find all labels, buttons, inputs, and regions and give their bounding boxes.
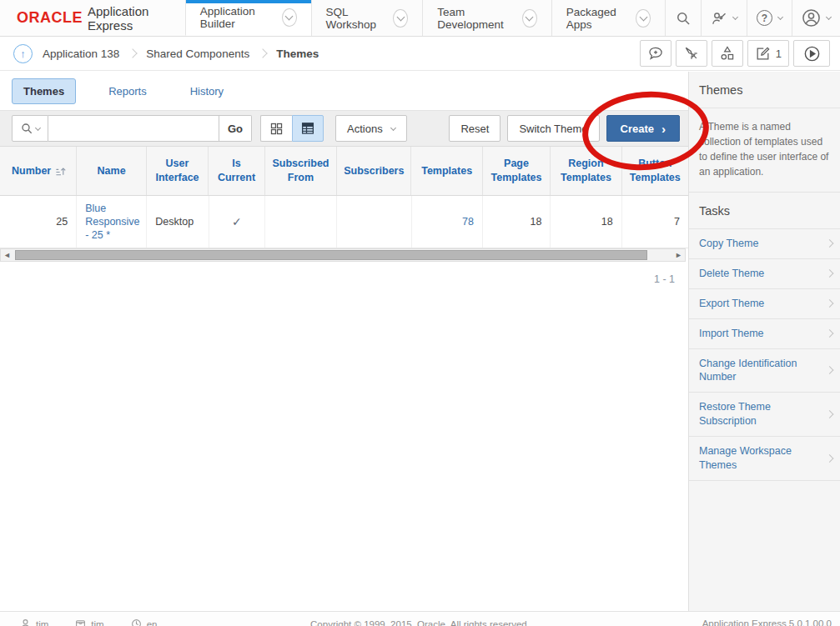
chevron-down-icon[interactable] bbox=[636, 9, 651, 28]
task-delete-theme[interactable]: Delete Theme bbox=[689, 259, 840, 289]
user-account-menu-button[interactable] bbox=[792, 0, 840, 36]
grid-view-icon bbox=[269, 122, 284, 136]
go-button[interactable]: Go bbox=[219, 115, 252, 142]
column-label: Number bbox=[12, 164, 51, 178]
column-header-region-templates[interactable]: Region Templates bbox=[551, 147, 621, 195]
task-export-theme[interactable]: Export Theme bbox=[689, 289, 840, 319]
shared-components-button[interactable] bbox=[712, 40, 743, 67]
help-icon: ? bbox=[757, 10, 772, 26]
admin-user-wrench-icon bbox=[711, 10, 727, 27]
task-label: Change Identification Number bbox=[699, 358, 797, 383]
column-header-subscribed-from[interactable]: Subscribed From bbox=[265, 147, 337, 195]
search-icon bbox=[20, 122, 33, 135]
breadcrumb-separator-icon bbox=[128, 48, 138, 58]
nav-tab-label: Packaged Apps bbox=[566, 6, 628, 31]
spotlight-icon bbox=[683, 45, 700, 62]
horizontal-scrollbar[interactable]: ◄ ► bbox=[0, 248, 686, 262]
up-arrow-icon: ↑ bbox=[20, 48, 26, 60]
cell-subscribers bbox=[337, 196, 411, 248]
footer-language-label: en bbox=[147, 619, 158, 626]
run-application-button[interactable] bbox=[793, 40, 830, 67]
edit-page-button[interactable]: 1 bbox=[747, 40, 789, 67]
column-header-templates[interactable]: Templates bbox=[411, 147, 482, 195]
task-import-theme[interactable]: Import Theme bbox=[689, 319, 840, 349]
table-header-row: Number Name User Interface Is Current Su… bbox=[0, 147, 688, 196]
cell-user-interface: Desktop bbox=[147, 196, 209, 248]
column-header-is-current[interactable]: Is Current bbox=[209, 147, 265, 195]
search-button[interactable] bbox=[665, 0, 701, 36]
tab-reports[interactable]: Reports bbox=[98, 79, 158, 103]
task-restore-theme-subscription[interactable]: Restore Theme Subscription bbox=[689, 393, 840, 437]
task-copy-theme[interactable]: Copy Theme bbox=[689, 229, 840, 259]
nav-tab-sql-workshop[interactable]: SQL Workshop bbox=[311, 0, 423, 36]
chevron-right-icon bbox=[826, 329, 834, 338]
column-header-name[interactable]: Name bbox=[77, 147, 146, 195]
chevron-right-icon bbox=[826, 410, 834, 418]
search-input[interactable] bbox=[48, 115, 219, 142]
icon-view-button[interactable] bbox=[260, 115, 292, 142]
breadcrumb-application-138[interactable]: Application 138 bbox=[43, 48, 119, 60]
sidebar-description: A Theme is a named collection of templat… bbox=[689, 108, 840, 193]
top-navigation-bar: ORACLE Application Express Application B… bbox=[0, 0, 840, 37]
view-toggle-group bbox=[260, 115, 324, 142]
actions-label: Actions bbox=[347, 123, 383, 135]
reset-button[interactable]: Reset bbox=[449, 115, 500, 142]
cell-is-current-check-icon: ✓ bbox=[209, 196, 266, 248]
chevron-right-icon bbox=[826, 269, 834, 278]
breadcrumb-shared-components[interactable]: Shared Components bbox=[146, 48, 249, 60]
chevron-down-icon[interactable] bbox=[393, 9, 408, 28]
task-change-identification-number[interactable]: Change Identification Number bbox=[689, 349, 840, 393]
search-icon bbox=[675, 10, 692, 27]
main-content-region: Themes Reports History Go bbox=[0, 72, 688, 285]
column-header-subscribers[interactable]: Subscribers bbox=[337, 147, 411, 195]
nav-tab-packaged-apps[interactable]: Packaged Apps bbox=[551, 0, 665, 36]
tab-themes[interactable]: Themes bbox=[12, 78, 76, 104]
help-menu-button[interactable]: ? bbox=[747, 0, 792, 36]
right-sidebar: Themes A Theme is a named collection of … bbox=[688, 72, 840, 611]
theme-name-link[interactable]: Blue Responsive - 25 * bbox=[85, 202, 139, 243]
page-tabs: Themes Reports History bbox=[0, 72, 688, 111]
breadcrumb-themes: Themes bbox=[276, 48, 319, 60]
column-header-number[interactable]: Number bbox=[0, 147, 77, 195]
utilities-button[interactable] bbox=[676, 40, 707, 67]
tab-history[interactable]: History bbox=[179, 79, 234, 103]
nav-tab-team-development[interactable]: Team Development bbox=[422, 0, 551, 36]
cell-page-templates: 18 bbox=[483, 196, 551, 248]
create-button[interactable]: Create › bbox=[606, 115, 680, 142]
nav-tab-application-builder[interactable]: Application Builder bbox=[185, 0, 311, 36]
table-row: 25 Blue Responsive - 25 * Desktop ✓ 78 1… bbox=[0, 196, 688, 248]
report-toolbar: Go Actions Reset Switch Theme bbox=[0, 111, 688, 147]
column-header-button-templates[interactable]: Button Templates bbox=[622, 147, 688, 195]
up-level-button[interactable]: ↑ bbox=[13, 44, 33, 63]
scrollbar-thumb[interactable] bbox=[15, 250, 647, 260]
themes-report-table: Number Name User Interface Is Current Su… bbox=[0, 147, 688, 285]
column-header-user-interface[interactable]: User Interface bbox=[147, 147, 209, 195]
chevron-down-icon[interactable] bbox=[282, 8, 297, 27]
search-group: Go bbox=[12, 115, 252, 142]
shapes-icon bbox=[719, 45, 736, 62]
switch-theme-button[interactable]: Switch Theme bbox=[507, 115, 599, 142]
user-icon bbox=[20, 618, 31, 626]
feedback-button[interactable] bbox=[640, 40, 671, 67]
administration-menu-button[interactable] bbox=[701, 0, 747, 36]
task-label: Manage Workspace Themes bbox=[699, 445, 792, 471]
task-label: Restore Theme Subscription bbox=[699, 401, 771, 427]
search-column-selector[interactable] bbox=[12, 115, 48, 142]
actions-menu-button[interactable]: Actions bbox=[335, 115, 407, 142]
task-manage-workspace-themes[interactable]: Manage Workspace Themes bbox=[689, 437, 840, 481]
nav-tab-label: SQL Workshop bbox=[326, 6, 386, 31]
scroll-left-arrow[interactable]: ◄ bbox=[1, 249, 13, 261]
column-header-page-templates[interactable]: Page Templates bbox=[483, 147, 551, 195]
breadcrumb-bar: ↑ Application 138 Shared Components Them… bbox=[0, 37, 840, 71]
footer-copyright: Copyright © 1999, 2015, Oracle. All righ… bbox=[310, 619, 530, 626]
task-label: Import Theme bbox=[699, 328, 764, 339]
chevron-down-icon bbox=[35, 124, 41, 130]
footer-user-label: tim bbox=[36, 619, 48, 626]
templates-count-link[interactable]: 78 bbox=[462, 215, 474, 228]
chevron-down-icon[interactable] bbox=[522, 9, 537, 28]
run-play-icon bbox=[803, 45, 821, 63]
page-action-buttons: 1 bbox=[640, 40, 830, 67]
report-view-button[interactable] bbox=[292, 115, 324, 142]
scroll-right-arrow[interactable]: ► bbox=[672, 249, 685, 261]
chevron-right-icon bbox=[826, 239, 834, 248]
